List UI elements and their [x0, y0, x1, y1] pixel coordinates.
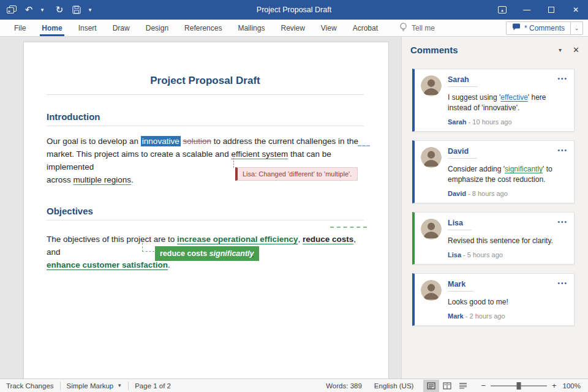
comments-panel-close-icon[interactable]: ✕	[573, 45, 579, 55]
comment-more-options-icon[interactable]: •••	[557, 280, 568, 287]
comment-body: I suggest using 'effective' here instead…	[448, 92, 568, 113]
track-changes-status[interactable]: Track Changes	[0, 379, 60, 392]
text-run: Looks good to me!	[448, 298, 508, 306]
tell-me[interactable]: Tell me	[399, 20, 435, 36]
tab-design[interactable]: Design	[138, 20, 176, 36]
text-run: increase operational efficiency	[177, 235, 298, 244]
tab-view[interactable]: View	[313, 20, 345, 36]
heading-introduction: Introduction	[47, 111, 364, 126]
zoom-slider[interactable]	[491, 382, 547, 390]
comment-card[interactable]: Mark ••• Looks good to me! Mark - 2 hour…	[412, 273, 575, 326]
comment-footer: Mark - 2 hours ago	[448, 312, 568, 320]
titlebar: ↶ ▾ ↻ ▾ Project Proposal Draft ▴ — ✕	[0, 0, 588, 20]
comment-timestamp: - 8 hours ago	[468, 190, 508, 197]
redo-icon[interactable]: ↻	[54, 4, 65, 16]
text-run: significantly	[209, 249, 254, 258]
save-icon[interactable]	[71, 4, 82, 16]
text-run: market. This project aims to create a sc…	[47, 149, 231, 159]
web-layout-view-icon[interactable]	[455, 380, 471, 392]
zoom-slider-handle[interactable]	[516, 382, 521, 390]
comment-header: David •••	[448, 147, 568, 159]
comments-toggle-button[interactable]: * Comments	[506, 21, 571, 35]
text-run: effective	[500, 93, 527, 102]
comment-card[interactable]: Sarah ••• I suggest using 'effective' he…	[412, 69, 575, 132]
comment-footer: Lisa - 5 hours ago	[448, 251, 568, 258]
language-indicator[interactable]: English (US)	[368, 379, 420, 392]
comments-dropdown-caret[interactable]: ⌄	[571, 21, 583, 35]
tell-me-label: Tell me	[412, 24, 435, 32]
read-mode-view-icon[interactable]	[423, 380, 439, 392]
document-area: Project Proposal Draft Introduction Our …	[0, 37, 401, 379]
workspace: Project Proposal Draft Introduction Our …	[0, 37, 588, 379]
maximize-button[interactable]	[539, 0, 564, 20]
text-run: .	[131, 175, 134, 184]
comment-header: Lisa •••	[448, 219, 568, 230]
close-button[interactable]: ✕	[564, 0, 588, 20]
tab-home[interactable]: Home	[34, 20, 70, 36]
comment-header: Sarah •••	[448, 75, 568, 87]
customize-qat-caret[interactable]: ▾	[85, 4, 96, 16]
tracked-change-callout-green[interactable]: reduce costs significantly	[155, 246, 259, 261]
comment-author: Mark	[448, 280, 474, 292]
comment-more-options-icon[interactable]: •••	[557, 147, 568, 154]
document-page[interactable]: Project Proposal Draft Introduction Our …	[23, 42, 389, 379]
comment-footer-author: Sarah	[448, 118, 467, 126]
tab-mailings[interactable]: Mailings	[230, 20, 273, 36]
comments-panel-header: Comments ▾ ✕	[402, 37, 588, 62]
word-count[interactable]: Words: 389	[320, 379, 368, 392]
text-run: reduce costs	[303, 235, 353, 244]
comment-bubble-icon	[512, 23, 521, 33]
comment-footer-author: David	[448, 190, 466, 197]
undo-dropdown-caret[interactable]: ▾	[37, 4, 48, 16]
ribbon-tabs: FileHomeInsertDrawDesignReferencesMailin…	[0, 20, 386, 36]
app-icon[interactable]	[6, 4, 17, 16]
undo-icon[interactable]: ↶	[23, 4, 34, 16]
minimize-button[interactable]: —	[514, 0, 539, 20]
tracked-change-margin-marker-blue	[358, 145, 370, 146]
comment-card[interactable]: Lisa ••• Revised this sentence for clari…	[412, 212, 575, 265]
comment-more-options-icon[interactable]: •••	[557, 75, 568, 83]
comment-more-options-icon[interactable]: •••	[557, 219, 568, 226]
maximize-icon	[548, 7, 554, 13]
quick-access-toolbar: ↶ ▾ ↻ ▾	[0, 4, 96, 16]
text-run: reduce costs	[160, 249, 209, 258]
text-run: efficient system	[231, 149, 288, 159]
text-run: to address the current challenges in the	[211, 137, 358, 146]
tab-file[interactable]: File	[6, 20, 34, 36]
comment-author: Sarah	[448, 75, 478, 87]
zoom-in-button[interactable]: +	[552, 381, 557, 390]
heading-objectives: Objectives	[47, 205, 364, 221]
zoom-out-button[interactable]: −	[481, 381, 486, 390]
markup-mode-selector[interactable]: Simple Markup ▼	[61, 379, 129, 392]
text-run: innovative	[141, 136, 181, 146]
comment-footer-author: Mark	[448, 312, 464, 320]
ribbon-display-options-icon[interactable]: ▴	[490, 0, 514, 20]
comment-footer-author: Lisa	[448, 251, 461, 258]
comments-panel-collapse-caret[interactable]: ▾	[559, 47, 562, 53]
page-indicator[interactable]: Page 1 of 2	[129, 379, 177, 392]
comment-body: Looks good to me!	[448, 297, 568, 307]
text-run: I suggest using '	[448, 93, 500, 102]
tracked-change-callout-red[interactable]: Lisa: Changed 'different' to 'multiple'.	[235, 167, 358, 181]
comment-timestamp: - 2 hours ago	[466, 312, 505, 320]
print-layout-view-icon[interactable]	[439, 380, 455, 392]
comment-content: David ••• Consider adding 'significantly…	[448, 147, 568, 197]
text-run: ,	[298, 235, 303, 244]
comment-author: David	[448, 147, 477, 159]
tab-references[interactable]: References	[176, 20, 230, 36]
green-callout-connector-horizontal	[142, 251, 154, 252]
tab-acrobat[interactable]: Acrobat	[345, 20, 386, 36]
text-run: solution	[183, 137, 211, 146]
avatar	[421, 219, 442, 239]
comments-panel-title: Comments	[410, 45, 559, 55]
text-run: .	[168, 260, 170, 270]
comment-card[interactable]: David ••• Consider adding 'significantly…	[412, 140, 575, 203]
comment-body: Consider adding 'significantly' to empha…	[448, 164, 568, 185]
zoom-level[interactable]: 100%	[563, 382, 588, 390]
comment-timestamp: - 10 hours ago	[469, 118, 512, 126]
green-callout-connector-vertical	[142, 239, 143, 252]
text-run: significantly	[505, 165, 543, 173]
tab-review[interactable]: Review	[273, 20, 312, 36]
tab-insert[interactable]: Insert	[70, 20, 105, 36]
tab-draw[interactable]: Draw	[105, 20, 138, 36]
